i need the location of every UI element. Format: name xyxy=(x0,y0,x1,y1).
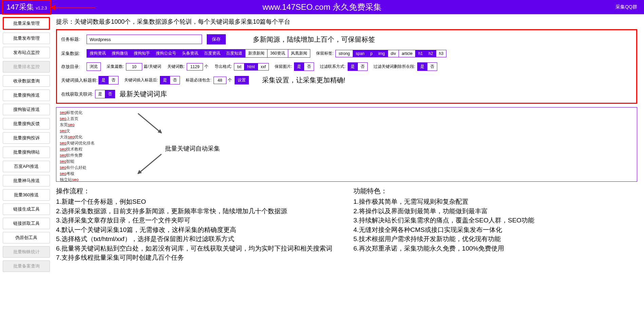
sidebar-item-6[interactable]: 搜狗验证推送 xyxy=(3,104,50,115)
kw-after-no[interactable]: 否 xyxy=(170,76,180,84)
annotation-sources: 多新闻源，陆续增加上百个，可保留标签 xyxy=(253,35,375,44)
sidebar-item-4[interactable]: 收录数据查询 xyxy=(3,75,50,87)
keyword-line: seo软件免费 xyxy=(60,152,633,158)
set-button[interactable]: 设置 xyxy=(235,76,249,84)
keyword-line: seo技术教程 xyxy=(60,146,633,152)
kw-after-label: 关键词插入标题后: xyxy=(124,77,158,83)
keep-tag-option-3[interactable]: img xyxy=(375,50,388,57)
sidebar-item-0[interactable]: 批量采集管理 xyxy=(3,17,50,30)
keywords-textarea[interactable]: 批量关键词自动采集 seo标签优化seo上首页东莞seoseo文大连seo优化s… xyxy=(56,107,637,182)
keep-tag-option-0[interactable]: strong xyxy=(335,50,353,57)
browse-button[interactable]: 浏览 xyxy=(87,62,101,71)
features-column: 功能特色： 1.操作极其简单，无需写规则和复杂配置2.将操作以及界面做到最简单，… xyxy=(353,186,637,262)
keep-tag-option-8[interactable]: h3 xyxy=(436,50,446,57)
sidebar-item-2[interactable]: 发布站点监控 xyxy=(3,47,50,58)
settings-panel: 任务标题: 保存 多新闻源，陆续增加上百个，可保留标签 采集数据: 搜狗资讯搜狗… xyxy=(56,29,637,104)
features-item-2: 3.持续解决站长们采集需求的痛点，覆盖全SEO人群，SEO功能 xyxy=(353,216,637,225)
qq-group-link[interactable]: 采集QQ群 xyxy=(615,4,637,10)
sidebar-item-11[interactable]: 批量神马推送 xyxy=(3,175,50,186)
process-item-5: 6.批量将关键词粘贴到空白处，如若没有词库，可在线获取关键词，均为实时下拉词和相… xyxy=(56,244,340,253)
keyword-line: 独立站seo xyxy=(60,177,633,182)
features-item-5: 6.再次郑重承诺，采集功能永久免费，100%免费使用 xyxy=(353,244,637,253)
source-option-1[interactable]: 搜狗微信 xyxy=(109,49,131,58)
online-kw-yes[interactable]: 是 xyxy=(95,90,105,98)
kw-before-yes[interactable]: 是 xyxy=(98,76,109,84)
app-version: v1.2.3 xyxy=(36,6,47,11)
title-must-input[interactable] xyxy=(214,77,226,84)
source-option-4[interactable]: 头条资讯 xyxy=(179,49,201,58)
sidebar-item-9[interactable]: 批量搜狗绑站 xyxy=(3,146,50,158)
sidebar: 批量采集管理批量发布管理发布站点监控批量排名监控收录数据查询批量搜狗推送搜狗验证… xyxy=(0,14,53,275)
export-option-1[interactable]: html xyxy=(244,63,258,71)
keep-tag-label: 保留标签: xyxy=(316,51,333,56)
count-unit: 篇/关键词 xyxy=(144,64,161,70)
keep-tag-option-6[interactable]: h1 xyxy=(415,50,426,57)
sidebar-item-15[interactable]: 伪原创工具 xyxy=(3,232,50,243)
keyword-line: 东莞seo xyxy=(60,122,633,128)
source-label: 采集数据: xyxy=(61,51,87,57)
online-kw-label: 在线获取关联词: xyxy=(61,91,95,97)
features-item-1: 2.将操作以及界面做到最简单，功能做到最丰富 xyxy=(353,206,637,216)
kwcount-input[interactable] xyxy=(187,63,203,71)
filter-kw-del-yes[interactable]: 是 xyxy=(417,62,427,71)
process-item-1: 2.选择采集数据源，目前支持多新闻源，更新频率非常快，陆续增加几十个数据源 xyxy=(56,206,340,216)
process-item-3: 4.默认一个关键词采集10篇，无需修改，这样采集的精确度更高 xyxy=(56,225,340,235)
sidebar-item-13[interactable]: 链接生成工具 xyxy=(3,203,50,215)
source-option-6[interactable]: 百度知道 xyxy=(223,49,245,58)
online-kw-no[interactable]: 否 xyxy=(105,90,115,98)
source-option-2[interactable]: 搜狗知乎 xyxy=(131,49,153,58)
sidebar-item-8[interactable]: 批量搜狗投诉 xyxy=(3,132,50,144)
annotation-arrow-icon xyxy=(55,2,95,12)
keyword-line: seo智能 xyxy=(60,158,633,164)
keep-tag-option-2[interactable]: p xyxy=(367,50,376,57)
sidebar-item-5[interactable]: 批量搜狗推送 xyxy=(3,90,50,101)
task-title-input[interactable] xyxy=(87,35,202,44)
export-option-2[interactable]: xxf xyxy=(258,63,269,71)
keyword-line: 大连seo优化 xyxy=(60,134,633,140)
keep-img-no[interactable]: 否 xyxy=(304,62,314,71)
source-option-9[interactable]: 凤凰新闻 xyxy=(288,49,310,58)
hint-text: 提示：关键词数最多1000个，采集数据源多个轮训，每个关键词最多采集10篇每个平… xyxy=(56,18,637,26)
title-must-label: 标题必须包含: xyxy=(186,77,211,83)
source-option-0[interactable]: 搜狗资讯 xyxy=(87,49,109,58)
export-option-0[interactable]: txt xyxy=(234,63,244,71)
relword-title: 最新关键词词库 xyxy=(119,90,167,99)
source-option-3[interactable]: 搜狗公众号 xyxy=(153,49,179,58)
keep-img-yes[interactable]: 是 xyxy=(294,62,304,71)
source-option-7[interactable]: 新浪新闻 xyxy=(245,49,268,58)
source-option-8[interactable]: 360资讯 xyxy=(267,49,288,58)
save-button[interactable]: 保存 xyxy=(207,34,226,44)
process-column: 操作流程： 1.新建一个任务标题，例如SEO2.选择采集数据源，目前支持多新闻源… xyxy=(56,186,340,262)
keyword-line: seo标签优化 xyxy=(60,110,633,116)
sidebar-item-14[interactable]: 链接抓取工具 xyxy=(3,218,50,229)
main-content: 提示：关键词数最多1000个，采集数据源多个轮训，每个关键词最多采集10篇每个平… xyxy=(53,14,644,275)
keep-tag-option-7[interactable]: h2 xyxy=(426,50,436,57)
kwcount-label: 关键词数: xyxy=(167,64,185,70)
kw-after-yes[interactable]: 是 xyxy=(160,76,170,84)
keep-tag-option-5[interactable]: article xyxy=(399,50,416,57)
filter-contact-no[interactable]: 否 xyxy=(357,62,368,71)
process-item-6: 7.支持多线程批量采集可同时创建几百个任务 xyxy=(56,253,340,262)
filter-contact-yes[interactable]: 是 xyxy=(348,62,358,71)
keep-tag-option-1[interactable]: span xyxy=(353,50,368,57)
sidebar-item-12[interactable]: 批量360推送 xyxy=(3,189,50,201)
features-item-0: 1.操作极其简单，无需写规则和复杂配置 xyxy=(353,197,637,206)
sidebar-item-16: 批量蜘蛛统计 xyxy=(3,246,50,258)
sidebar-item-7[interactable]: 批量搜狗反馈 xyxy=(3,118,50,130)
features-item-3: 4.无缝对接全网各种CMS或接口实现采集发布一体化 xyxy=(353,225,637,235)
export-label: 导出格式: xyxy=(215,64,232,70)
source-option-5[interactable]: 百度资讯 xyxy=(201,49,223,58)
sidebar-item-1[interactable]: 批量发布管理 xyxy=(3,33,50,44)
filter-contact-label: 过滤联系方式: xyxy=(320,64,345,70)
filter-kw-del-no[interactable]: 否 xyxy=(427,62,437,71)
title-must-unit: 个 xyxy=(228,77,232,83)
sidebar-item-10[interactable]: 百度API推送 xyxy=(3,161,50,172)
keep-tag-option-4[interactable]: div xyxy=(388,50,399,57)
logo-box: 147采集 v1.2.3 xyxy=(2,0,51,15)
count-input[interactable] xyxy=(126,63,142,71)
header-title: www.147SEO.com 永久免费采集 xyxy=(262,2,382,13)
title-label: 任务标题: xyxy=(61,36,87,42)
kw-before-no[interactable]: 否 xyxy=(108,76,118,84)
keyword-line: seo文 xyxy=(60,128,633,134)
kwcount-unit: 个 xyxy=(204,64,208,70)
